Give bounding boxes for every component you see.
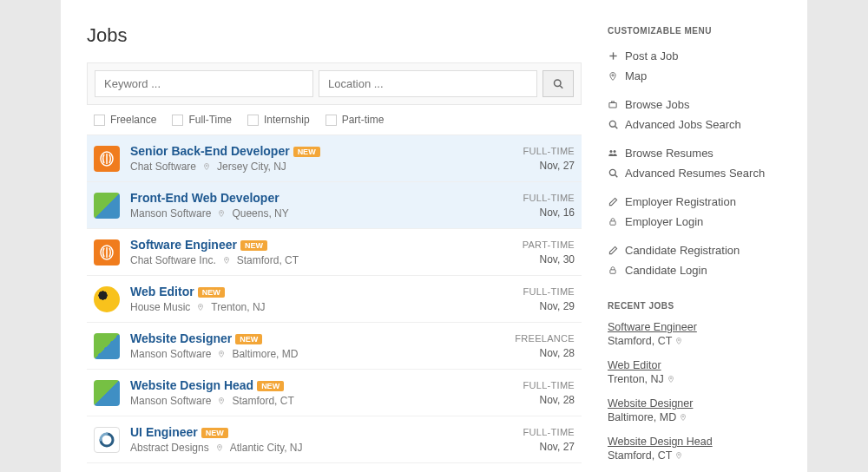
job-row[interactable]: Website Design HeadNEWManson SoftwareSta… <box>87 370 582 416</box>
job-row[interactable]: Front-End Web DeveloperManson SoftwareQu… <box>87 182 582 229</box>
filter-label: Part-time <box>342 114 385 126</box>
location-pin-icon <box>218 351 225 357</box>
menu-link[interactable]: Employer Login <box>625 215 703 228</box>
menu-item[interactable]: Advanced Resumes Search <box>608 163 781 183</box>
new-badge: NEW <box>235 334 262 344</box>
menu-item[interactable]: Map <box>608 66 781 86</box>
menu-item[interactable]: Browse Resumes <box>608 143 781 163</box>
menu-link[interactable]: Advanced Resumes Search <box>625 167 765 180</box>
menu-link[interactable]: Map <box>625 69 647 82</box>
menu-item[interactable]: Candidate Login <box>608 260 781 280</box>
menu-link[interactable]: Advanced Jobs Search <box>625 118 741 131</box>
company-logo <box>94 333 120 359</box>
menu-item[interactable]: Advanced Jobs Search <box>608 115 781 134</box>
job-row[interactable]: Web EditorNEWHouse MusicTrenton, NJFULL-… <box>87 276 582 323</box>
keyword-input[interactable] <box>95 70 313 97</box>
new-badge: NEW <box>201 428 228 438</box>
svg-point-23 <box>670 377 672 379</box>
recent-job-location: Trenton, NJ <box>608 373 664 385</box>
menu-item[interactable]: Browse Jobs <box>608 95 781 115</box>
job-type: PART-TIME <box>523 239 575 250</box>
recent-job-item: Website Design HeadStamford, CT <box>608 436 781 462</box>
recent-job-link[interactable]: Website Design Head <box>608 436 713 448</box>
job-date: Nov, 28 <box>523 394 575 406</box>
menu-link[interactable]: Browse Resumes <box>625 147 713 160</box>
menu-link[interactable]: Post a Job <box>625 49 678 62</box>
job-location: Trenton, NJ <box>211 301 265 313</box>
menu-item[interactable]: Candidate Registration <box>608 240 781 260</box>
menu-item[interactable]: Employer Login <box>608 212 781 232</box>
menu-item[interactable]: Employer Registration <box>608 192 781 212</box>
pin-icon <box>608 71 618 82</box>
job-date: Nov, 29 <box>523 300 575 312</box>
job-title-link[interactable]: UI Engineer <box>130 425 198 439</box>
recent-job-item: Website DesignerBaltimore, MD <box>608 397 781 423</box>
job-row[interactable]: Back-End Web DeveloperNEWManson Software… <box>87 463 582 472</box>
filter-part-time[interactable]: Part-time <box>326 114 385 126</box>
job-row[interactable]: UI EngineerNEWAbstract DesignsAtlantic C… <box>87 416 582 463</box>
menu-link[interactable]: Employer Registration <box>625 195 736 208</box>
recent-job-link[interactable]: Website Designer <box>608 397 693 410</box>
recent-job-location: Stamford, CT <box>608 449 672 462</box>
job-row[interactable]: Software EngineerNEWChat Software Inc.St… <box>87 229 582 276</box>
company-logo <box>94 193 120 219</box>
job-meta: Chat Software Inc.Stamford, CT <box>130 254 512 266</box>
filter-internship[interactable]: Internship <box>247 114 310 126</box>
company-logo <box>94 286 120 312</box>
checkbox[interactable] <box>247 115 259 126</box>
recent-job-link[interactable]: Web Editor <box>608 359 661 371</box>
menu-item[interactable]: Post a Job <box>608 46 781 66</box>
recent-job-link[interactable]: Software Engineer <box>608 321 697 333</box>
recent-jobs-heading: Recent Jobs <box>608 301 781 311</box>
recent-job-item: Software EngineerStamford, CT <box>608 321 781 347</box>
location-input[interactable] <box>319 70 537 97</box>
svg-point-0 <box>555 80 562 87</box>
job-location: Baltimore, MD <box>232 348 298 360</box>
filter-label: Internship <box>264 114 310 126</box>
checkbox[interactable] <box>326 115 337 126</box>
job-meta: Manson SoftwareQueens, NY <box>130 207 512 220</box>
job-title-link[interactable]: Web Editor <box>130 285 194 298</box>
location-pin-icon <box>675 452 682 459</box>
new-badge: NEW <box>198 287 225 298</box>
menu-link[interactable]: Browse Jobs <box>625 98 689 111</box>
job-title-link[interactable]: Website Design Head <box>130 378 253 392</box>
svg-point-24 <box>682 416 684 417</box>
checkbox[interactable] <box>94 115 105 126</box>
filter-freelance[interactable]: Freelance <box>94 114 156 126</box>
search-button[interactable] <box>542 70 574 97</box>
pencil-icon <box>608 197 618 206</box>
svg-rect-13 <box>609 102 616 108</box>
svg-line-19 <box>615 175 617 178</box>
company-name: House Music <box>130 301 190 313</box>
checkbox[interactable] <box>172 115 183 126</box>
job-title-link[interactable]: Senior Back-End Developer <box>130 144 290 158</box>
svg-point-8 <box>219 446 220 448</box>
job-meta: Chat SoftwareJersey City, NJ <box>130 161 512 173</box>
new-badge: NEW <box>257 381 284 391</box>
job-type: FULL-TIME <box>523 427 575 437</box>
pencil-icon <box>608 246 618 255</box>
svg-point-25 <box>678 454 680 456</box>
lock-icon <box>608 217 618 226</box>
company-name: Manson Software <box>130 395 211 407</box>
job-row[interactable]: Website DesignerNEWManson SoftwareBaltim… <box>87 323 582 370</box>
job-meta: Manson SoftwareBaltimore, MD <box>130 348 504 360</box>
svg-point-4 <box>226 259 227 260</box>
job-title-link[interactable]: Website Designer <box>130 331 232 345</box>
svg-point-17 <box>614 150 616 153</box>
filter-full-time[interactable]: Full-Time <box>172 114 232 126</box>
search-icon <box>608 168 618 178</box>
company-name: Manson Software <box>130 348 211 360</box>
svg-point-12 <box>612 74 614 75</box>
svg-point-3 <box>221 212 223 213</box>
svg-line-1 <box>560 86 562 88</box>
company-name: Manson Software <box>130 207 211 220</box>
svg-rect-21 <box>610 270 615 273</box>
sidebar-menu: Post a JobMapBrowse JobsAdvanced Jobs Se… <box>608 46 781 280</box>
job-row[interactable]: Senior Back-End DeveloperNEWChat Softwar… <box>87 135 582 182</box>
job-title-link[interactable]: Front-End Web Developer <box>130 191 279 205</box>
menu-link[interactable]: Candidate Login <box>625 264 707 277</box>
menu-link[interactable]: Candidate Registration <box>625 244 740 257</box>
job-title-link[interactable]: Software Engineer <box>130 238 237 252</box>
